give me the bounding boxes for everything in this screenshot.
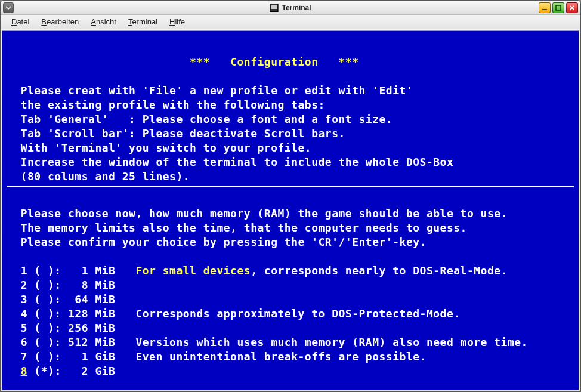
svg-rect-1	[556, 5, 561, 10]
divider	[7, 186, 574, 187]
window-controls	[539, 2, 578, 13]
maximize-icon	[555, 5, 561, 11]
menu-item-datei[interactable]: Datei	[5, 16, 35, 27]
maximize-button[interactable]	[552, 2, 564, 13]
terminal-output[interactable]: *** Configuration *** Please creat with …	[2, 30, 579, 390]
terminal-window: Terminal DateiBearbeitenAnsichtTerminalH…	[0, 0, 581, 392]
minimize-icon	[542, 5, 548, 11]
menu-item-ansicht[interactable]: Ansicht	[85, 16, 122, 27]
window-title: Terminal	[282, 4, 311, 12]
menu-item-bearbeiten[interactable]: Bearbeiten	[35, 16, 85, 27]
titlebar[interactable]: Terminal	[1, 1, 580, 15]
menubar: DateiBearbeitenAnsichtTerminalHilfe	[1, 15, 580, 29]
menu-item-terminal[interactable]: Terminal	[122, 16, 163, 27]
window-title-group: Terminal	[270, 4, 311, 12]
minimize-button[interactable]	[539, 2, 551, 13]
terminal-icon	[270, 4, 278, 12]
menu-item-hilfe[interactable]: Hilfe	[163, 16, 191, 27]
close-icon	[569, 5, 575, 11]
close-button[interactable]	[566, 2, 578, 13]
system-menu-button[interactable]	[3, 2, 14, 13]
chevron-down-icon	[5, 5, 11, 11]
svg-rect-0	[542, 9, 547, 10]
terminal-text: *** Configuration *** Please creat with …	[7, 41, 574, 184]
